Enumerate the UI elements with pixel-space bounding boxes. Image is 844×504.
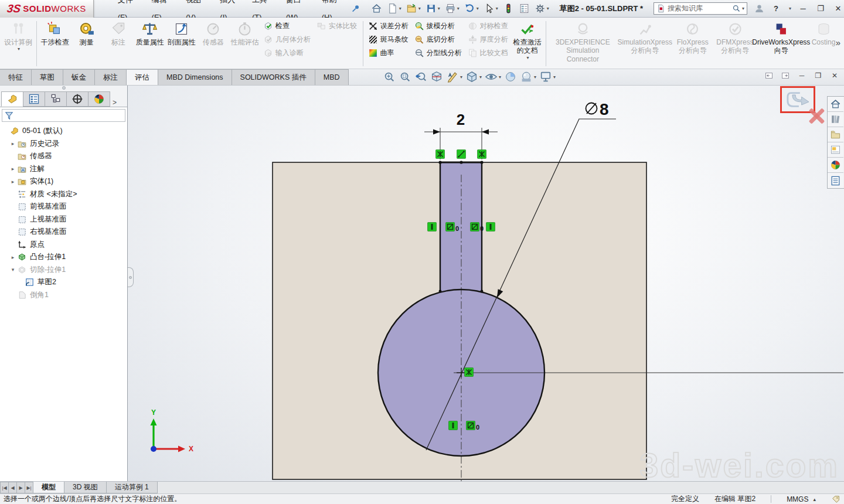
apply-scene-dropdown-icon[interactable]: ▾ xyxy=(534,74,536,80)
units-selector[interactable]: MMGS ▴ xyxy=(787,495,816,503)
fm-tab-configuration-manager[interactable] xyxy=(45,91,67,107)
next-tab-button[interactable]: ▶ xyxy=(16,482,25,493)
cancel-sketch-icon[interactable] xyxy=(806,107,825,125)
relation-marker-vertical[interactable] xyxy=(428,223,437,231)
tree-item-7[interactable]: 上视基准面 xyxy=(0,213,127,226)
relation-marker-vertical[interactable] xyxy=(486,223,495,231)
tree-item-2[interactable]: 传感器 xyxy=(0,150,127,163)
display-style-button[interactable]: ▾ xyxy=(465,70,482,84)
apply-scene-button[interactable]: ▾ xyxy=(519,70,537,84)
ribbon-button-measure[interactable]: 测量 xyxy=(71,19,103,66)
annotation-views-dropdown-icon[interactable]: ▾ xyxy=(460,74,462,80)
graphics-viewport[interactable]: 2 8 Y X 000 xyxy=(128,86,844,481)
help-button[interactable]: ? xyxy=(770,4,782,13)
previous-view-button[interactable] xyxy=(414,70,428,84)
home-button[interactable] xyxy=(369,2,384,15)
ribbon-button-curvature[interactable]: 曲率 xyxy=(366,46,412,60)
tree-item-3[interactable]: ▸注解 xyxy=(0,163,127,176)
print-dropdown-icon[interactable]: ▾ xyxy=(457,6,460,11)
file-properties-button[interactable] xyxy=(517,2,532,15)
open-document-button[interactable]: ▾ xyxy=(404,2,423,15)
annotation-views-button[interactable]: ▾ xyxy=(445,70,463,84)
ribbon-button-tolerance-analysis[interactable]: 误差分析 xyxy=(366,19,412,33)
fm-tabs-more[interactable]: > xyxy=(111,98,118,107)
minimize-button[interactable]: ─ xyxy=(797,4,809,13)
fm-tab-feature-tree[interactable] xyxy=(1,91,23,107)
taskpane-home-page-button[interactable] xyxy=(828,97,843,112)
command-tab-2[interactable]: 钣金 xyxy=(63,69,95,85)
fm-tab-dimxpert-manager[interactable] xyxy=(66,91,89,107)
select-cursor-dropdown-icon[interactable]: ▾ xyxy=(496,6,498,11)
ribbon-button-check-active-document[interactable]: 检查激活的文档▾ xyxy=(512,19,543,66)
units-tag-icon[interactable] xyxy=(831,495,840,504)
pin-icon[interactable] xyxy=(351,4,360,13)
knowledge-search-box[interactable]: 搜索知识库 ▾ xyxy=(654,2,747,15)
ribbon-button-parting-line-analysis[interactable]: 分型线分析 xyxy=(412,46,465,60)
tree-expand-arrow[interactable]: ▸ xyxy=(9,254,17,260)
panel-splitter-bump[interactable] xyxy=(128,267,134,287)
rebuild-button[interactable] xyxy=(501,2,516,15)
save-button[interactable]: ▾ xyxy=(424,2,442,15)
view-settings-button[interactable]: ▾ xyxy=(539,70,556,84)
open-document-dropdown-icon[interactable]: ▾ xyxy=(418,6,421,11)
last-tab-button[interactable]: ▶| xyxy=(25,482,33,493)
command-tab-3[interactable]: 标注 xyxy=(94,69,127,85)
bottom-tab-1[interactable]: 3D 视图 xyxy=(64,482,107,493)
display-style-dropdown-icon[interactable]: ▾ xyxy=(479,74,482,80)
restore-button[interactable]: ❐ xyxy=(815,4,826,13)
taskpane-solidworks-resources-button[interactable] xyxy=(828,112,843,127)
first-tab-button[interactable]: |◀ xyxy=(0,482,9,493)
ribbon-overflow-chevron[interactable]: » xyxy=(836,38,840,47)
undo-button[interactable]: ▾ xyxy=(462,2,481,15)
doc-restore-button[interactable]: ❐ xyxy=(814,71,823,80)
zoom-to-area-button[interactable] xyxy=(398,70,412,84)
taskpane-view-palette-button[interactable] xyxy=(828,142,843,158)
tree-item-10[interactable]: ▸凸台-拉伸1 xyxy=(0,251,127,264)
ribbon-button-draft-analysis[interactable]: 拔模分析 xyxy=(412,19,465,33)
tree-expand-arrow[interactable]: ▾ xyxy=(9,267,17,273)
previous-tab-button[interactable]: ◀ xyxy=(8,482,17,493)
relation-marker-coincident[interactable] xyxy=(478,150,486,159)
new-document-button[interactable]: ▾ xyxy=(385,2,403,15)
command-tab-1[interactable]: 草图 xyxy=(31,69,63,85)
options-button[interactable]: ▾ xyxy=(533,2,551,15)
section-view-button[interactable] xyxy=(430,70,444,84)
pane-left-icon[interactable] xyxy=(764,71,774,80)
save-dropdown-icon[interactable]: ▾ xyxy=(438,6,440,11)
tree-item-11[interactable]: ▾切除-拉伸1 xyxy=(0,264,127,277)
search-icon[interactable] xyxy=(732,4,741,13)
relation-marker-coincident[interactable] xyxy=(465,368,474,377)
ribbon-button-undercut-analysis[interactable]: 底切分析 xyxy=(412,33,465,46)
close-button[interactable]: ✕ xyxy=(832,4,844,13)
print-button[interactable]: ▾ xyxy=(443,2,461,15)
command-tab-7[interactable]: MBD xyxy=(315,69,349,85)
search-dropdown-icon[interactable]: ▾ xyxy=(742,6,744,11)
tree-expand-arrow[interactable]: ▸ xyxy=(9,166,17,172)
tree-expand-arrow[interactable]: ▸ xyxy=(9,141,17,147)
tree-item-0[interactable]: 05-01 (默认) xyxy=(0,125,127,138)
tree-item-8[interactable]: 右视基准面 xyxy=(0,226,127,239)
new-document-dropdown-icon[interactable]: ▾ xyxy=(399,6,401,11)
fm-tab-property-manager[interactable] xyxy=(23,91,45,107)
taskpane-appearances-scenes-button[interactable] xyxy=(828,158,843,173)
taskpane-design-library-button[interactable] xyxy=(828,127,843,142)
undo-dropdown-icon[interactable]: ▾ xyxy=(477,6,479,11)
tree-item-9[interactable]: 原点 xyxy=(0,239,127,251)
ribbon-button-section-properties[interactable]: 剖面属性 xyxy=(166,19,198,66)
ribbon-button-interference-check[interactable]: 干涉检查 xyxy=(39,19,71,66)
fm-tab-display-manager[interactable] xyxy=(88,91,110,107)
tree-item-12[interactable]: 草图2 xyxy=(0,276,127,289)
select-cursor-button[interactable]: ▾ xyxy=(482,2,500,15)
command-tab-6[interactable]: SOLIDWORKS 插件 xyxy=(232,69,315,85)
ribbon-button-driveworksxpress[interactable]: DriveWorksXpress 向导 xyxy=(757,19,805,66)
help-dropdown-icon[interactable]: ▾ xyxy=(789,6,791,11)
relation-marker-coincident[interactable] xyxy=(436,150,445,159)
tree-item-5[interactable]: 材质 <未指定> xyxy=(0,188,127,201)
tree-expand-arrow[interactable]: ▸ xyxy=(9,179,17,185)
edit-appearance-button[interactable] xyxy=(503,70,518,84)
doc-close-button[interactable]: ✕ xyxy=(830,71,839,80)
doc-minimize-button[interactable]: ─ xyxy=(797,71,806,80)
command-tab-4[interactable]: 评估 xyxy=(126,69,158,85)
ribbon-button-zebra-stripes[interactable]: 斑马条纹 xyxy=(366,33,412,46)
taskpane-custom-properties-button[interactable] xyxy=(828,173,843,188)
